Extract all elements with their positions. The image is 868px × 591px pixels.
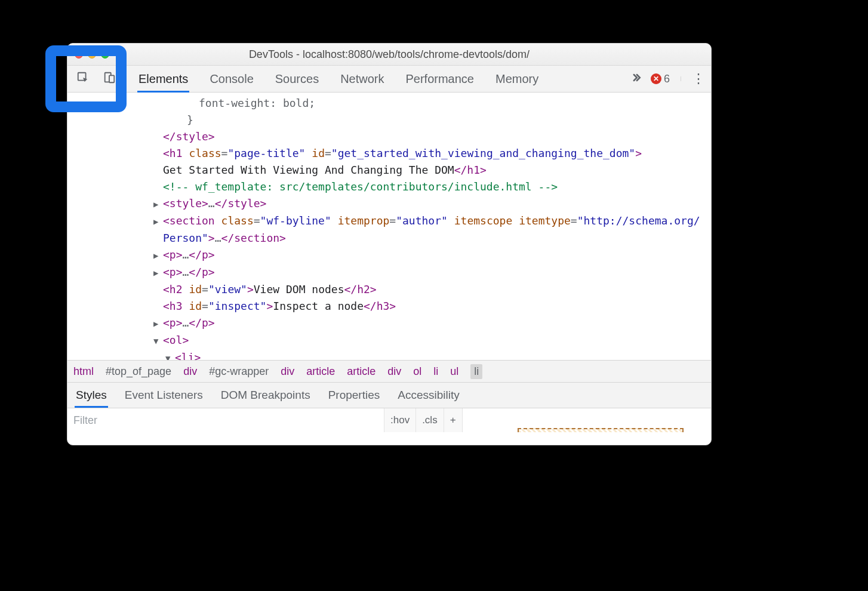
hov-toggle[interactable]: :hov	[384, 408, 415, 432]
subtab-styles[interactable]: Styles	[76, 389, 107, 402]
dom-line-p[interactable]: ▶<p>…</p>	[91, 264, 703, 281]
dom-line-h1[interactable]: <h1 class="page-title" id="get_started_w…	[91, 145, 703, 178]
dom-line-li[interactable]: ▼<li>	[91, 349, 703, 360]
subtab-accessibility[interactable]: Accessibility	[398, 389, 459, 402]
dom-line[interactable]: }	[91, 112, 703, 128]
styles-filter-input[interactable]	[67, 408, 384, 432]
dom-line-p[interactable]: ▶<p>…</p>	[91, 315, 703, 332]
toolbar-right: ✕ 6 ⋮	[630, 72, 711, 86]
devtools-window: DevTools - localhost:8080/web/tools/chro…	[67, 43, 712, 445]
crumb[interactable]: article	[306, 365, 335, 378]
dom-line-section[interactable]: ▶<section class="wf-byline" itemprop="au…	[91, 213, 703, 247]
dom-line[interactable]: </style>	[91, 128, 703, 145]
subtab-dom-breakpoints[interactable]: DOM Breakpoints	[221, 389, 310, 402]
main-tabs: Elements Console Sources Network Perform…	[125, 66, 630, 92]
dom-line-comment[interactable]: <!-- wf_template: src/templates/contribu…	[91, 178, 703, 195]
tab-console[interactable]: Console	[210, 66, 253, 92]
divider	[681, 76, 681, 81]
breadcrumbs: html #top_of_page div #gc-wrapper div ar…	[67, 360, 711, 382]
crumb[interactable]: article	[347, 365, 375, 378]
titlebar: DevTools - localhost:8080/web/tools/chro…	[67, 44, 711, 66]
tab-network[interactable]: Network	[340, 66, 384, 92]
dom-line-style[interactable]: ▶<style>…</style>	[91, 195, 703, 213]
dom-line-ol[interactable]: ▼<ol>	[91, 332, 703, 349]
crumb[interactable]: ol	[413, 365, 421, 378]
tab-performance[interactable]: Performance	[406, 66, 475, 92]
tab-memory[interactable]: Memory	[495, 66, 538, 92]
window-title: DevTools - localhost:8080/web/tools/chro…	[67, 48, 711, 61]
crumb[interactable]: li	[433, 365, 438, 378]
error-count: 6	[664, 73, 670, 85]
dom-line-h3[interactable]: <h3 id="inspect">Inspect a node</h3>	[91, 298, 703, 315]
styles-subtabs: Styles Event Listeners DOM Breakpoints P…	[67, 382, 711, 408]
box-model-peek	[518, 428, 684, 432]
crumb[interactable]: div	[281, 365, 294, 378]
more-tabs-icon[interactable]	[630, 72, 642, 86]
crumb[interactable]: #top_of_page	[106, 365, 171, 378]
annotation-highlight	[45, 45, 127, 112]
crumb[interactable]: div	[183, 365, 197, 378]
tab-elements[interactable]: Elements	[138, 66, 188, 92]
crumb[interactable]: #gc-wrapper	[209, 365, 269, 378]
crumb[interactable]: ul	[450, 365, 458, 378]
error-icon: ✕	[651, 73, 661, 84]
dom-line-h2[interactable]: <h2 id="view">View DOM nodes</h2>	[91, 281, 703, 298]
subtab-properties[interactable]: Properties	[328, 389, 380, 402]
dom-line[interactable]: font-weight: bold;	[91, 95, 703, 112]
settings-menu-icon[interactable]: ⋮	[692, 72, 705, 85]
error-badge[interactable]: ✕ 6	[651, 73, 670, 85]
crumb-selected[interactable]: li	[470, 364, 482, 379]
cls-toggle[interactable]: .cls	[415, 408, 444, 432]
dom-tree[interactable]: font-weight: bold; } </style> <h1 class=…	[67, 93, 711, 360]
main-toolbar: Elements Console Sources Network Perform…	[67, 66, 711, 93]
subtab-event-listeners[interactable]: Event Listeners	[125, 389, 203, 402]
add-style-rule[interactable]: +	[444, 408, 462, 432]
dom-line-p[interactable]: ▶<p>…</p>	[91, 247, 703, 264]
crumb[interactable]: html	[73, 365, 94, 378]
elements-panel[interactable]: font-weight: bold; } </style> <h1 class=…	[67, 93, 711, 360]
crumb[interactable]: div	[387, 365, 401, 378]
tab-sources[interactable]: Sources	[275, 66, 319, 92]
styles-filter-row: :hov .cls +	[67, 408, 711, 432]
